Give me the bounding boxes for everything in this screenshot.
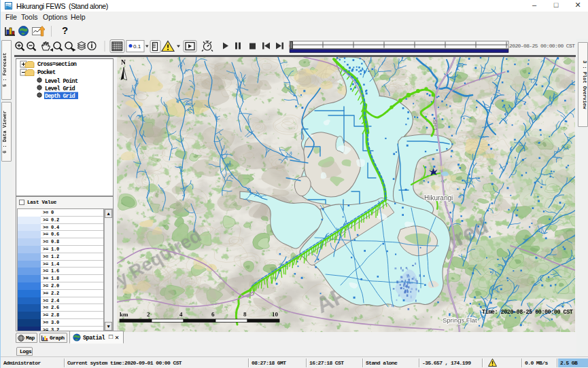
svg-text:2020-08-25 00:00:00 CST: 2020-08-25 00:00:00 CST bbox=[509, 43, 575, 49]
svg-text:4: 4 bbox=[179, 311, 183, 318]
svg-text:2: 2 bbox=[147, 311, 150, 318]
svg-text:Cross=section: Cross=section bbox=[37, 61, 77, 68]
svg-text:Pocket: Pocket bbox=[37, 69, 56, 76]
svg-text:Hikurangi: Hikurangi bbox=[424, 194, 453, 202]
svg-text:10: 10 bbox=[272, 311, 279, 318]
svg-text:Level Grid: Level Grid bbox=[45, 86, 75, 92]
svg-text:SH 1: SH 1 bbox=[432, 119, 438, 131]
svg-text:N: N bbox=[121, 59, 126, 66]
svg-text:8: 8 bbox=[243, 311, 247, 318]
svg-text:Time: 2020-08-25 00:00:00 CST: Time: 2020-08-25 00:00:00 CST bbox=[482, 309, 573, 316]
svg-text:6: 6 bbox=[211, 311, 215, 318]
svg-text:km: km bbox=[120, 311, 128, 318]
svg-text:Level Point: Level Point bbox=[45, 78, 78, 85]
svg-text:Springs Flat: Springs Flat bbox=[443, 316, 477, 324]
svg-text:Depth Grid: Depth Grid bbox=[45, 93, 75, 100]
svg-text:0.1: 0.1 bbox=[133, 43, 141, 50]
